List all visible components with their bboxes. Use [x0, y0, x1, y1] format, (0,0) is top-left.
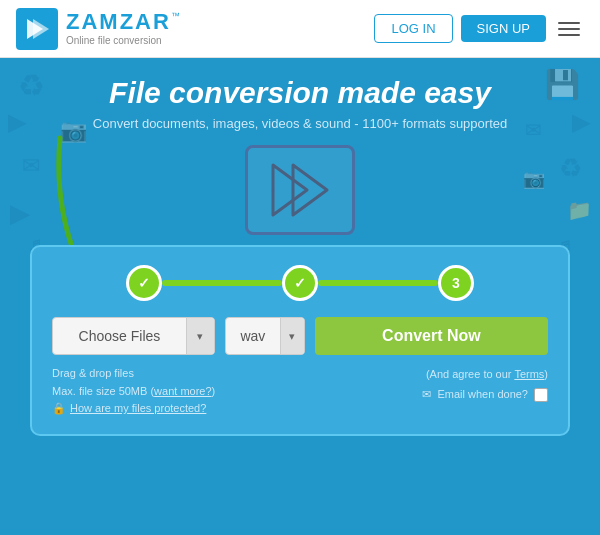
email-icon: ✉ [422, 385, 431, 405]
svg-marker-1 [33, 19, 49, 39]
convert-button[interactable]: Convert Now [315, 317, 548, 355]
hamburger-line-1 [558, 22, 580, 24]
email-checkbox[interactable] [534, 388, 548, 402]
hero-title: File conversion made easy [20, 76, 580, 110]
choose-files-dropdown-arrow[interactable]: ▾ [186, 317, 214, 355]
logo-area: ZAMZAR ™ Online file conversion [16, 8, 180, 50]
email-row: ✉ Email when done? [422, 385, 548, 405]
logo-tm: ™ [171, 11, 180, 21]
format-select[interactable]: wav ▾ [225, 317, 305, 355]
left-info: Drag & drop files Max. file size 50MB (w… [52, 365, 215, 418]
format-dropdown-arrow[interactable]: ▾ [280, 317, 304, 355]
right-info: (And agree to our Terms) ✉ Email when do… [422, 365, 548, 405]
hamburger-line-2 [558, 28, 580, 30]
hamburger-line-3 [558, 34, 580, 36]
step-2-circle: ✓ [282, 265, 318, 301]
logo-subtitle: Online file conversion [66, 35, 180, 46]
hero-section: ♻ ▶ ✉ ▶ ♬ 📷 💾 ▶ ♻ 📁 ♬ ✉ 📷 File conversio… [0, 58, 600, 535]
login-button[interactable]: LOG IN [374, 14, 452, 43]
terms-row: (And agree to our Terms) [422, 365, 548, 385]
conversion-box: ✓ ✓ 3 Choose Files ▾ wav ▾ Convert Now D… [30, 245, 570, 436]
lock-icon: 🔒 [52, 400, 66, 418]
play-icon-area [20, 145, 580, 235]
step-line-1 [162, 280, 282, 286]
want-more-link[interactable]: want more? [154, 385, 211, 397]
play-box-inner [245, 145, 355, 235]
max-size-text: Max. file size 50MB (want more?) [52, 383, 215, 401]
logo-name: ZAMZAR [66, 11, 171, 33]
header-nav: LOG IN SIGN UP [374, 14, 584, 43]
step-line-2 [318, 280, 438, 286]
step-1-circle: ✓ [126, 265, 162, 301]
menu-button[interactable] [554, 18, 584, 40]
email-label: Email when done? [437, 385, 528, 405]
terms-link[interactable]: Terms [514, 368, 544, 380]
logo-text: ZAMZAR ™ Online file conversion [66, 11, 180, 46]
step-3-circle: 3 [438, 265, 474, 301]
protection-link[interactable]: How are my files protected? [70, 400, 206, 418]
drag-drop-text: Drag & drop files [52, 365, 215, 383]
logo-icon [16, 8, 58, 50]
signup-button[interactable]: SIGN UP [461, 15, 546, 42]
header: ZAMZAR ™ Online file conversion LOG IN S… [0, 0, 600, 58]
steps-row: ✓ ✓ 3 [52, 265, 548, 301]
bottom-info: Drag & drop files Max. file size 50MB (w… [52, 365, 548, 418]
controls-row: Choose Files ▾ wav ▾ Convert Now [52, 317, 548, 355]
hero-subtitle: Convert documents, images, videos & soun… [20, 116, 580, 131]
choose-files-button[interactable]: Choose Files ▾ [52, 317, 215, 355]
protection-row: 🔒 How are my files protected? [52, 400, 215, 418]
format-value: wav [226, 328, 280, 344]
svg-marker-4 [293, 165, 327, 215]
choose-files-label: Choose Files [53, 328, 186, 344]
